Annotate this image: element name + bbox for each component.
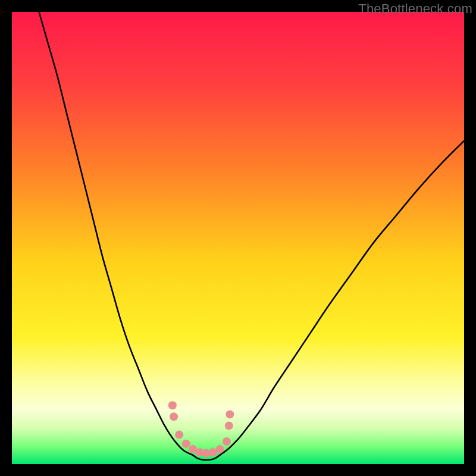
data-marker [226,410,234,418]
data-marker [225,421,233,430]
gradient-background [12,12,464,464]
data-marker [223,437,231,446]
watermark-text: TheBottleneck.com [358,1,472,17]
data-marker [216,445,224,453]
data-marker [170,412,178,421]
data-marker [182,440,190,448]
bottleneck-chart [12,12,464,464]
chart-frame [12,12,464,464]
data-marker [168,401,177,409]
data-marker [175,431,183,439]
